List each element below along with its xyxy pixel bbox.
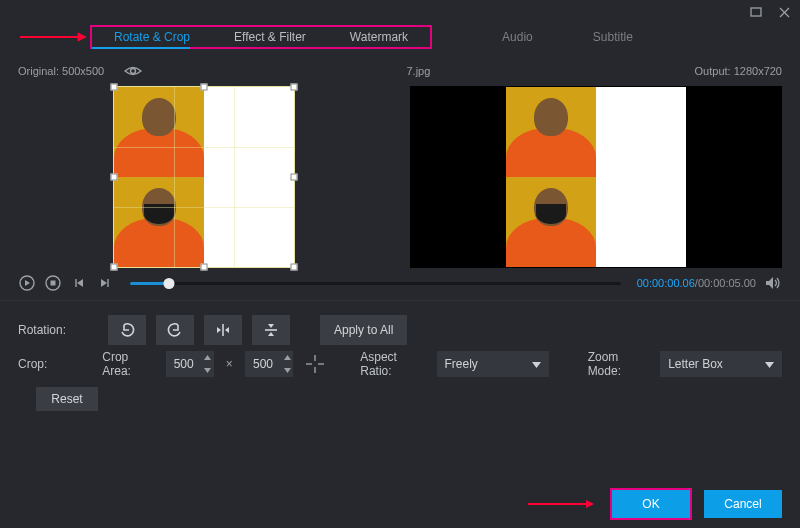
annotation-arrow-tabs <box>20 29 90 45</box>
spin-down-icon[interactable] <box>281 364 293 377</box>
svg-marker-24 <box>284 368 291 373</box>
ok-button[interactable]: OK <box>612 490 690 518</box>
svg-rect-0 <box>751 8 761 16</box>
zoom-mode-select[interactable]: Letter Box <box>660 351 782 377</box>
time-current: 00:00:00.06 <box>637 277 695 289</box>
editor-window: Rotate & Crop Effect & Filter Watermark … <box>0 0 800 528</box>
time-duration: 00:00:05.00 <box>698 277 756 289</box>
apply-to-all-label: Apply to All <box>334 323 393 337</box>
tab-subtitle[interactable]: Subtitle <box>593 30 633 44</box>
controls-panel: Rotation: Apply to All Crop: Crop Area: … <box>0 303 800 411</box>
tab-rotate-crop[interactable]: Rotate & Crop <box>92 27 212 47</box>
chevron-down-icon <box>765 357 774 371</box>
secondary-tabs: Audio Subtitle <box>502 30 633 44</box>
maximize-button[interactable] <box>748 5 764 19</box>
crop-area-label: Crop Area: <box>102 350 155 378</box>
aspect-ratio-select[interactable]: Freely <box>437 351 550 377</box>
playback-bar: 00:00:00.06/00:00:05.00 <box>0 268 800 298</box>
svg-marker-29 <box>532 362 541 368</box>
prev-frame-button[interactable] <box>70 274 88 292</box>
tab-label: Subtitle <box>593 30 633 44</box>
crop-width-spinner[interactable] <box>202 351 214 377</box>
center-crop-icon[interactable] <box>303 351 327 377</box>
svg-marker-20 <box>268 332 274 336</box>
svg-marker-19 <box>268 324 274 328</box>
svg-marker-4 <box>78 33 86 41</box>
svg-marker-32 <box>586 500 594 508</box>
close-button[interactable] <box>776 5 792 19</box>
svg-marker-30 <box>765 362 774 368</box>
crop-label: Crop: <box>18 357 92 371</box>
output-preview <box>410 86 782 268</box>
divider <box>0 300 800 301</box>
tab-audio[interactable]: Audio <box>502 30 533 44</box>
crop-height-value: 500 <box>245 357 281 371</box>
svg-marker-11 <box>77 279 83 287</box>
source-preview[interactable] <box>18 86 390 268</box>
crop-row: Crop: Crop Area: 500 × 500 Aspect Ratio: <box>18 347 782 381</box>
chevron-down-icon <box>532 357 541 371</box>
seek-thumb[interactable] <box>164 278 175 289</box>
output-image <box>506 87 686 267</box>
play-button[interactable] <box>18 274 36 292</box>
reset-label: Reset <box>51 392 82 406</box>
aspect-ratio-label: Aspect Ratio: <box>360 350 426 378</box>
svg-marker-22 <box>204 368 211 373</box>
seek-bar[interactable] <box>130 274 621 292</box>
ok-label: OK <box>642 497 659 511</box>
footer-buttons: OK Cancel <box>528 490 782 518</box>
volume-icon[interactable] <box>764 274 782 292</box>
svg-marker-17 <box>225 327 229 333</box>
svg-marker-21 <box>204 355 211 360</box>
tab-label: Audio <box>502 30 533 44</box>
primary-tabs-highlight: Rotate & Crop Effect & Filter Watermark <box>90 25 432 49</box>
svg-marker-23 <box>284 355 291 360</box>
zoom-mode-value: Letter Box <box>668 357 723 371</box>
tab-label: Effect & Filter <box>234 30 306 44</box>
svg-marker-13 <box>101 279 107 287</box>
tab-row: Rotate & Crop Effect & Filter Watermark … <box>0 22 800 52</box>
info-bar: Original: 500x500 7.jpg Output: 1280x720 <box>0 60 800 82</box>
tab-watermark[interactable]: Watermark <box>328 27 430 47</box>
crop-height-spinner[interactable] <box>281 351 293 377</box>
filename-label: 7.jpg <box>406 65 430 77</box>
rotate-cw-button[interactable] <box>156 315 194 345</box>
spin-down-icon[interactable] <box>202 364 214 377</box>
crop-width-value: 500 <box>166 357 202 371</box>
preview-toggle-icon[interactable] <box>124 65 142 77</box>
next-frame-button[interactable] <box>96 274 114 292</box>
tab-effect-filter[interactable]: Effect & Filter <box>212 27 328 47</box>
original-size-label: Original: 500x500 <box>18 65 104 77</box>
svg-rect-9 <box>51 281 56 286</box>
cancel-button[interactable]: Cancel <box>704 490 782 518</box>
crop-height-input[interactable]: 500 <box>245 351 293 377</box>
preview-area <box>0 82 800 268</box>
apply-to-all-button[interactable]: Apply to All <box>320 315 407 345</box>
titlebar <box>0 0 800 22</box>
svg-marker-14 <box>766 277 773 289</box>
rotate-ccw-button[interactable] <box>108 315 146 345</box>
annotation-arrow-ok <box>528 499 598 509</box>
active-tab-underline <box>92 47 190 49</box>
dimension-multiply: × <box>224 357 235 371</box>
time-display: 00:00:00.06/00:00:05.00 <box>637 277 756 289</box>
svg-marker-16 <box>217 327 221 333</box>
tab-label: Rotate & Crop <box>114 30 190 44</box>
rotation-label: Rotation: <box>18 323 98 337</box>
stop-button[interactable] <box>44 274 62 292</box>
tab-label: Watermark <box>350 30 408 44</box>
cancel-label: Cancel <box>724 497 761 511</box>
zoom-mode-label: Zoom Mode: <box>588 350 651 378</box>
crop-width-input[interactable]: 500 <box>166 351 214 377</box>
reset-button[interactable]: Reset <box>36 387 98 411</box>
svg-marker-7 <box>25 280 30 286</box>
rotation-row: Rotation: Apply to All <box>18 313 782 347</box>
svg-point-5 <box>131 69 136 74</box>
aspect-ratio-value: Freely <box>445 357 478 371</box>
flip-vertical-button[interactable] <box>252 315 290 345</box>
spin-up-icon[interactable] <box>281 351 293 364</box>
output-size-label: Output: 1280x720 <box>695 65 782 77</box>
source-image <box>114 87 294 267</box>
spin-up-icon[interactable] <box>202 351 214 364</box>
flip-horizontal-button[interactable] <box>204 315 242 345</box>
